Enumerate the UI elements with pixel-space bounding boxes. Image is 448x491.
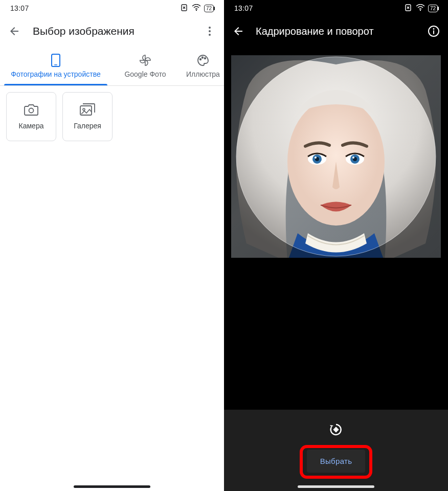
svg-point-10 — [29, 108, 34, 113]
wifi-icon — [192, 4, 201, 13]
screen-image-picker: 13:07 72 Выбор изображения Фотографии на… — [0, 0, 224, 491]
battery-icon: 72 — [204, 5, 214, 12]
page-title: Кадрирование и поворот — [256, 26, 416, 37]
svg-point-25 — [315, 157, 317, 159]
svg-rect-6 — [54, 64, 57, 65]
pinwheel-icon — [139, 54, 151, 67]
status-time: 13:07 — [234, 4, 253, 12]
tab-device-photos[interactable]: Фотографии на устройстве — [0, 46, 111, 85]
tabs: Фотографии на устройстве Google Фото Илл… — [0, 46, 224, 86]
status-bar: 13:07 72 — [224, 0, 448, 16]
back-icon[interactable] — [231, 24, 245, 38]
svg-point-9 — [205, 57, 206, 59]
crop-area[interactable] — [224, 46, 448, 258]
tab-google-photos[interactable]: Google Фото — [111, 46, 179, 85]
palette-icon — [197, 54, 209, 67]
more-icon[interactable] — [203, 24, 217, 38]
gallery-icon — [80, 103, 95, 118]
tab-label: Google Фото — [124, 70, 166, 78]
tab-illustrations[interactable]: Иллюстра — [179, 46, 227, 85]
svg-point-8 — [202, 57, 204, 58]
svg-point-12 — [83, 108, 85, 110]
wifi-icon — [416, 4, 425, 13]
svg-point-4 — [209, 34, 211, 36]
vibrate-icon — [180, 4, 189, 13]
status-time: 13:07 — [10, 4, 29, 12]
status-right: 72 — [404, 4, 438, 13]
svg-point-1 — [196, 9, 197, 10]
select-button[interactable]: Выбрать — [307, 450, 366, 473]
phone-icon — [51, 54, 60, 67]
camera-card[interactable]: Камера — [6, 92, 56, 141]
svg-point-14 — [420, 9, 421, 10]
info-icon[interactable] — [427, 24, 441, 38]
svg-point-16 — [433, 28, 435, 30]
svg-rect-17 — [433, 31, 434, 34]
nav-indicator — [74, 485, 150, 488]
svg-point-3 — [209, 30, 211, 32]
app-bar: Выбор изображения — [0, 16, 224, 46]
nav-indicator — [298, 485, 374, 488]
source-grid: Камера Галерея — [0, 86, 224, 147]
svg-point-26 — [352, 157, 354, 159]
battery-icon: 72 — [428, 5, 438, 12]
camera-icon — [24, 103, 38, 118]
screen-crop-rotate: 13:07 72 Кадрирование и поворот — [224, 0, 448, 491]
tab-label: Иллюстра — [186, 70, 220, 78]
card-label: Камера — [19, 122, 44, 130]
status-bar: 13:07 72 — [0, 0, 224, 16]
bottom-toolbar: Выбрать — [224, 410, 448, 491]
svg-rect-31 — [333, 427, 339, 432]
gallery-card[interactable]: Галерея — [62, 92, 113, 141]
crop-frame[interactable] — [231, 55, 441, 258]
back-icon[interactable] — [7, 24, 21, 38]
vibrate-icon — [404, 4, 413, 13]
portrait-image — [231, 59, 441, 258]
page-title: Выбор изображения — [33, 25, 191, 37]
svg-point-2 — [209, 27, 211, 29]
card-label: Галерея — [74, 122, 101, 130]
status-right: 72 — [180, 4, 214, 13]
rotate-icon[interactable] — [328, 422, 344, 439]
svg-point-7 — [200, 58, 201, 60]
tab-label: Фотографии на устройстве — [11, 70, 100, 78]
app-bar: Кадрирование и поворот — [224, 16, 448, 46]
